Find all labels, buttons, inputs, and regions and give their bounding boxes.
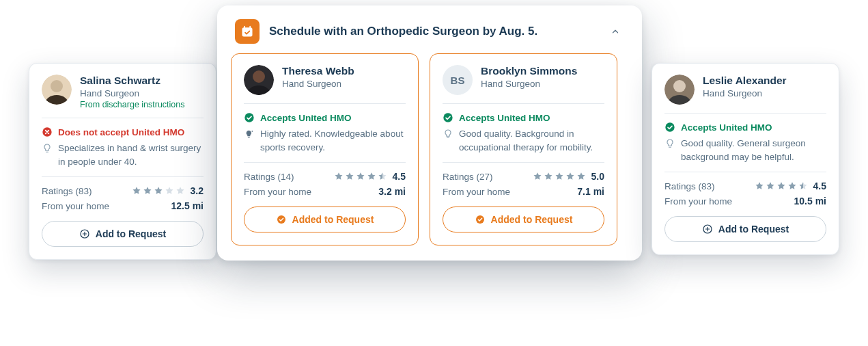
lightbulb-icon: [443, 129, 453, 139]
avatar: [244, 65, 274, 95]
insurance-status: Accepts United HMO: [260, 113, 352, 123]
insurance-row: Accepts United HMO: [244, 104, 406, 127]
calendar-check-icon: [235, 19, 260, 44]
provider-role: Hand Surgeon: [481, 79, 577, 89]
insurance-row: Accepts United HMO: [664, 114, 826, 137]
button-label: Added to Request: [491, 214, 573, 225]
provider-card: Salina Schwartz Hand Surgeon From discha…: [29, 63, 216, 260]
distance-label: From your home: [443, 187, 510, 197]
star-icon: [776, 181, 786, 191]
svg-point-11: [277, 215, 285, 224]
plus-circle-icon: [702, 224, 713, 235]
distance-row: From your home 7.1 mi: [443, 186, 604, 207]
insurance-row: Accepts United HMO: [443, 104, 604, 127]
star-rating: [334, 172, 387, 181]
ratings-label: Ratings (27): [443, 172, 493, 182]
star-icon: [378, 172, 387, 181]
added-to-request-button[interactable]: Added to Request: [443, 207, 604, 232]
star-icon: [165, 186, 174, 196]
description-row: Good quality. Background in occupational…: [443, 127, 604, 163]
star-icon: [334, 172, 344, 181]
ratings-row: Ratings (83) 3.2: [42, 177, 204, 200]
chevron-up-icon: [611, 27, 620, 36]
provider-description: Good quality. Background in occupational…: [459, 127, 604, 154]
distance-value: 7.1 mi: [577, 186, 604, 197]
star-icon: [533, 172, 542, 181]
star-icon: [132, 186, 141, 196]
star-icon: [544, 172, 553, 181]
svg-point-16: [673, 80, 686, 92]
avatar: [42, 75, 72, 105]
button-label: Add to Request: [718, 224, 789, 235]
plus-circle-icon: [79, 228, 90, 239]
check-badge-icon: [276, 214, 287, 225]
star-icon: [143, 186, 152, 196]
card-header: BS Brooklyn Simmons Hand Surgeon: [443, 65, 604, 104]
button-label: Add to Request: [96, 228, 166, 239]
provider-source: From discharge instructions: [80, 100, 185, 109]
star-rating: [533, 172, 586, 181]
ratings-label: Ratings (83): [42, 186, 92, 196]
svg-point-2: [51, 80, 63, 92]
lightbulb-icon: [664, 138, 675, 149]
rating-score: 3.2: [191, 185, 204, 196]
insurance-status: Accepts United HMO: [681, 122, 772, 133]
star-icon: [755, 181, 764, 191]
provider-name: Theresa Webb: [282, 65, 354, 77]
provider-name: Leslie Alexander: [703, 75, 787, 87]
star-icon: [367, 172, 376, 181]
ratings-label: Ratings (14): [244, 172, 294, 182]
distance-label: From your home: [664, 196, 732, 207]
distance-row: From your home 10.5 mi: [664, 196, 826, 216]
distance-label: From your home: [42, 201, 109, 211]
check-circle-icon: [443, 112, 453, 123]
check-circle-icon: [244, 112, 255, 123]
insurance-row: Does not accept United HMO: [42, 118, 204, 142]
svg-point-13: [476, 215, 484, 224]
card-header: Theresa Webb Hand Surgeon: [244, 65, 406, 104]
star-icon: [565, 172, 575, 181]
check-circle-icon: [664, 122, 675, 133]
avatar: [664, 75, 695, 105]
provider-role: Hand Surgeon: [282, 79, 354, 89]
star-rating: [132, 186, 185, 196]
svg-point-9: [253, 70, 265, 83]
lightbulb-sparkle-icon: [244, 129, 255, 139]
provider-role: Hand Surgeon: [703, 88, 787, 98]
provider-name: Salina Schwartz: [80, 75, 185, 87]
star-rating: [755, 181, 808, 191]
svg-point-17: [665, 122, 674, 131]
insurance-status: Does not accept United HMO: [58, 127, 184, 137]
star-icon: [576, 172, 586, 181]
description-row: Good quality. General surgeon background…: [664, 137, 826, 172]
star-icon: [176, 186, 185, 196]
panel-header: Schedule with an Orthopedic Surgeon by A…: [231, 18, 628, 53]
provider-description: Good quality. General surgeon background…: [681, 137, 826, 163]
collapse-button[interactable]: [606, 23, 624, 40]
provider-card: Theresa Webb Hand Surgeon Accepts United…: [231, 53, 419, 245]
distance-value: 10.5 mi: [794, 196, 826, 207]
provider-name: Brooklyn Simmons: [481, 65, 577, 77]
ratings-row: Ratings (14) 4.5: [244, 163, 406, 186]
svg-point-10: [244, 113, 253, 122]
provider-card: BS Brooklyn Simmons Hand Surgeon Accepts…: [430, 53, 617, 245]
star-icon: [798, 181, 808, 191]
add-to-request-button[interactable]: Add to Request: [664, 216, 826, 242]
star-icon: [787, 181, 797, 191]
distance-row: From your home 12.5 mi: [42, 200, 204, 221]
panel-title: Schedule with an Orthopedic Surgeon by A…: [269, 24, 597, 40]
distance-value: 3.2 mi: [378, 186, 406, 197]
ratings-row: Ratings (27) 5.0: [443, 163, 604, 186]
distance-label: From your home: [244, 187, 311, 197]
rating-score: 4.5: [813, 181, 826, 191]
added-to-request-button[interactable]: Added to Request: [244, 207, 406, 232]
rating-score: 4.5: [393, 171, 406, 182]
card-header: Leslie Alexander Hand Surgeon: [664, 75, 826, 114]
provider-role: Hand Surgeon: [80, 88, 185, 98]
ratings-label: Ratings (83): [664, 181, 715, 191]
star-icon: [154, 186, 163, 196]
insurance-status: Accepts United HMO: [459, 113, 550, 123]
provider-card: Leslie Alexander Hand Surgeon Accepts Un…: [652, 63, 839, 255]
card-header: Salina Schwartz Hand Surgeon From discha…: [42, 75, 204, 118]
add-to-request-button[interactable]: Add to Request: [42, 221, 204, 247]
